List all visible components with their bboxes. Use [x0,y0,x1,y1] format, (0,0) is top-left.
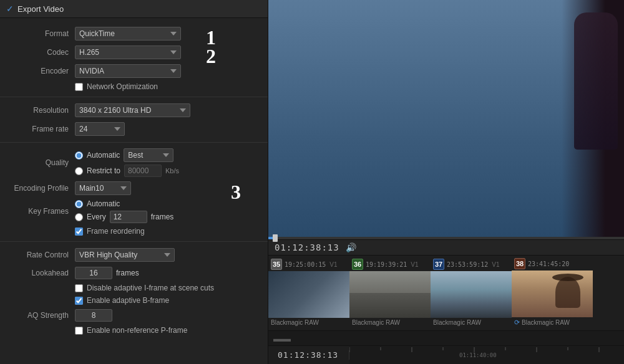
encoder-select[interactable]: NVIDIA Software AMD [75,64,181,78]
resolution-select[interactable]: 3840 x 2160 Ultra HD 1920 x 1080 HD 1280… [75,103,190,117]
quality-restrict-radio[interactable] [75,167,83,175]
form-area: Format QuickTime MP4 MKV Codec H.265 H.2… [0,18,268,343]
quality-row: Quality Automatic Best High Medium Low R… [0,146,268,179]
progress-handle[interactable] [273,234,278,242]
quality-automatic-row: Automatic Best High Medium Low [75,148,179,162]
clip-thumb-37[interactable] [431,271,512,318]
clip-badge-36: 36 [352,259,363,270]
sync-icon-38: ⟳ [514,318,520,327]
encoding-profile-select[interactable]: Main10 Main High [75,181,131,195]
enable-adaptive-bframe-row: Enable adaptive B-frame [0,294,268,307]
clip-name-38: Blackmagic RAW [522,319,570,326]
keyframes-automatic-label: Automatic [87,199,120,208]
keyframes-every-label: Every [87,213,106,221]
aq-strength-control [75,309,261,322]
format-control: QuickTime MP4 MKV [75,27,261,41]
video-background [268,0,624,237]
keyframes-row: Key Frames Automatic Every frames [0,198,268,225]
keyframes-label: Key Frames [6,207,75,216]
right-panel: 01:12:38:13 🔊 35 19:25:00:15 V1 Blackmag… [268,0,624,364]
framerate-control: 24 25 30 50 60 [75,122,261,136]
clip-item-36: 36 19:19:39:21 V1 Blackmagic RAW [349,259,431,327]
clip-thumb-35[interactable] [268,271,349,318]
clip-timecode-35: 19:25:00:15 [285,261,326,268]
resolution-control: 3840 x 2160 Ultra HD 1920 x 1080 HD 1280… [75,103,261,117]
codec-label: Codec [6,48,75,57]
clip-header-37: 37 23:53:59:12 V1 [431,259,512,271]
enable-nonref-pframe-checkbox[interactable] [75,327,83,335]
quality-preset-select[interactable]: Best High Medium Low [124,148,173,162]
resolution-label: Resolution [6,106,75,115]
bottom-timecode-bar: 01:12:38:13 01:11:40:00 [268,345,624,364]
clip-name-37: Blackmagic RAW [433,319,481,326]
disable-adaptive-iframe-checkbox[interactable] [75,284,83,292]
framerate-row: Frame rate 24 25 30 50 60 [0,120,268,138]
quality-label: Quality [6,158,75,167]
keyframes-automatic-row: Automatic [75,199,173,208]
annotation-3: 3 [231,181,241,204]
aq-strength-label: AQ Strength [6,311,75,320]
keyframes-value-input[interactable] [110,211,147,223]
kbs-label: Kb/s [165,167,179,175]
clip-item-38: 38 23:41:45:20 ⟳ Blackmagic RAW [512,258,593,328]
frame-reordering-checkbox[interactable] [75,228,83,236]
aq-strength-input[interactable] [75,309,112,322]
keyframes-every-radio[interactable] [75,213,83,221]
keyframes-options: Automatic Every frames [75,199,173,223]
clip-vlabel-35: V1 [329,261,337,268]
clip-vlabel-37: V1 [492,261,499,268]
disable-adaptive-iframe-label: Disable adaptive I-frame at scene cuts [87,284,214,292]
current-timecode: 01:12:38:13 [275,242,339,252]
audio-icon[interactable]: 🔊 [346,242,356,252]
clip-vlabel-36: V1 [411,261,418,268]
clip-timecode-37: 23:53:59:12 [447,261,488,268]
quality-restrict-label: Restrict to [87,166,120,175]
timeline-ruler[interactable]: 01:11:40:00 [349,346,624,365]
quality-restrict-input[interactable] [124,165,162,177]
clip-label-37: Blackmagic RAW [431,318,512,327]
lookahead-frames-label: frames [116,269,139,277]
timeline-controls: 01:12:38:13 🔊 [268,239,624,255]
lookahead-input[interactable] [75,267,112,279]
framerate-select[interactable]: 24 25 30 50 60 [75,122,125,136]
encoder-row: Encoder NVIDIA Software AMD [0,62,268,80]
clip-badge-38: 38 [514,258,525,269]
format-row: Format QuickTime MP4 MKV [0,24,268,43]
rate-control-row: Rate Control VBR High Quality CBR CRF [0,246,268,264]
codec-control: H.265 H.264 ProRes [75,46,261,59]
rate-control-select[interactable]: VBR High Quality CBR CRF [75,248,175,262]
codec-select[interactable]: H.265 H.264 ProRes [75,46,181,59]
quality-restrict-row: Restrict to Kb/s [75,165,179,177]
network-optimization-checkbox[interactable] [75,83,83,91]
clip-label-38: ⟳ Blackmagic RAW [512,317,593,328]
video-preview [268,0,624,237]
disable-adaptive-iframe-row: Disable adaptive I-frame at scene cuts [0,282,268,294]
enable-adaptive-bframe-checkbox[interactable] [75,297,83,305]
format-select[interactable]: QuickTime MP4 MKV [75,27,181,41]
filmstrip-icon: ▬▬ [273,333,291,343]
clips-row: 35 19:25:00:15 V1 Blackmagic RAW 36 19:1… [268,255,624,330]
keyframes-automatic-radio[interactable] [75,200,83,208]
encoder-control: NVIDIA Software AMD [75,64,261,78]
clip-thumb-36[interactable] [349,271,431,318]
check-icon: ✓ [6,4,14,14]
frame-reordering-label: Frame reordering [87,227,145,236]
quality-automatic-radio[interactable] [75,151,83,160]
rate-control-control: VBR High Quality CBR CRF [75,248,261,262]
clip-header-38: 38 23:41:45:20 [512,258,593,271]
annotation-2: 2 [206,45,216,68]
enable-nonref-pframe-label: Enable non-reference P-frame [87,326,187,335]
clip-thumb-38[interactable] [512,271,593,317]
progress-bar[interactable] [268,237,624,239]
clip-header-35: 35 19:25:00:15 V1 [268,259,349,271]
encoding-profile-label: Encoding Profile [6,184,75,193]
enable-adaptive-bframe-label: Enable adaptive B-frame [87,296,169,305]
enable-nonref-pframe-row: Enable non-reference P-frame [0,324,268,337]
ruler-svg [349,347,624,365]
resolution-row: Resolution 3840 x 2160 Ultra HD 1920 x 1… [0,101,268,120]
clip-name-36: Blackmagic RAW [352,319,400,326]
encoding-profile-row: Encoding Profile Main10 Main High [0,179,268,198]
encoder-label: Encoder [6,67,75,75]
frame-reordering-row: Frame reordering [0,225,268,237]
clip-timecode-36: 19:19:39:21 [366,261,407,268]
